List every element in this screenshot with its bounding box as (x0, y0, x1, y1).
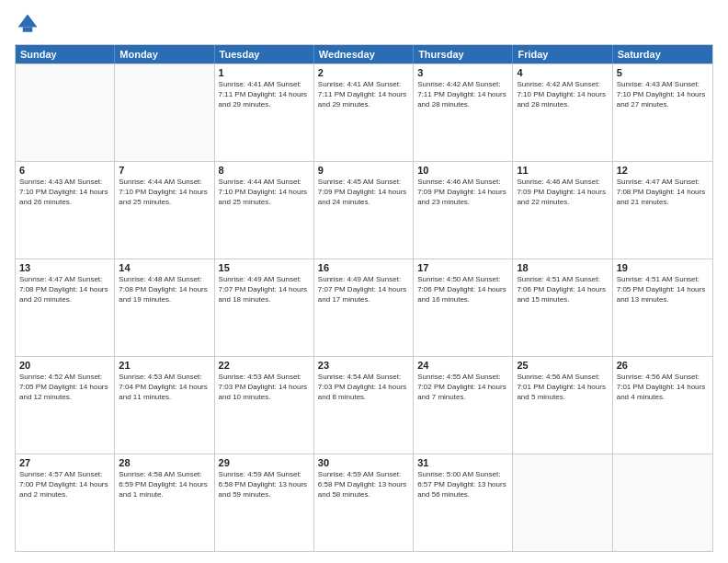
svg-marker-0 (18, 15, 38, 28)
calendar-header-thursday: Thursday (414, 45, 513, 63)
day-info: Sunrise: 4:52 AM Sunset: 7:05 PM Dayligh… (19, 372, 110, 403)
calendar-header-friday: Friday (513, 45, 612, 63)
calendar-cell: 17Sunrise: 4:50 AM Sunset: 7:06 PM Dayli… (414, 259, 513, 356)
day-info: Sunrise: 4:46 AM Sunset: 7:09 PM Dayligh… (417, 177, 508, 208)
calendar-cell (115, 64, 214, 161)
calendar-cell (513, 454, 612, 551)
page: SundayMondayTuesdayWednesdayThursdayFrid… (0, 0, 728, 563)
calendar-cell: 9Sunrise: 4:45 AM Sunset: 7:09 PM Daylig… (314, 162, 414, 259)
calendar-cell: 27Sunrise: 4:57 AM Sunset: 7:00 PM Dayli… (16, 454, 115, 551)
calendar-cell: 24Sunrise: 4:55 AM Sunset: 7:02 PM Dayli… (414, 357, 513, 454)
calendar-body: 1Sunrise: 4:41 AM Sunset: 7:11 PM Daylig… (16, 63, 712, 551)
day-number: 15 (219, 262, 310, 273)
day-info: Sunrise: 4:47 AM Sunset: 7:08 PM Dayligh… (617, 177, 709, 208)
day-number: 23 (318, 360, 409, 371)
day-info: Sunrise: 4:48 AM Sunset: 7:08 PM Dayligh… (119, 274, 210, 305)
day-info: Sunrise: 4:47 AM Sunset: 7:08 PM Dayligh… (19, 274, 110, 305)
day-number: 25 (517, 360, 608, 371)
day-info: Sunrise: 4:45 AM Sunset: 7:09 PM Dayligh… (318, 177, 409, 208)
day-info: Sunrise: 4:57 AM Sunset: 7:00 PM Dayligh… (19, 469, 110, 500)
day-info: Sunrise: 4:41 AM Sunset: 7:11 PM Dayligh… (219, 79, 310, 110)
calendar-week-2: 6Sunrise: 4:43 AM Sunset: 7:10 PM Daylig… (16, 161, 712, 259)
calendar-cell: 15Sunrise: 4:49 AM Sunset: 7:07 PM Dayli… (215, 259, 314, 356)
calendar-cell: 10Sunrise: 4:46 AM Sunset: 7:09 PM Dayli… (414, 162, 513, 259)
day-number: 10 (417, 165, 508, 176)
day-info: Sunrise: 4:55 AM Sunset: 7:02 PM Dayligh… (417, 372, 508, 403)
day-info: Sunrise: 4:46 AM Sunset: 7:09 PM Dayligh… (517, 177, 608, 208)
calendar-cell: 26Sunrise: 4:56 AM Sunset: 7:01 PM Dayli… (613, 357, 712, 454)
logo-icon (15, 11, 40, 37)
day-number: 30 (318, 457, 409, 468)
calendar-week-5: 27Sunrise: 4:57 AM Sunset: 7:00 PM Dayli… (16, 454, 712, 551)
calendar-cell: 2Sunrise: 4:41 AM Sunset: 7:11 PM Daylig… (314, 64, 414, 161)
day-number: 26 (617, 360, 709, 371)
day-info: Sunrise: 4:42 AM Sunset: 7:11 PM Dayligh… (417, 79, 508, 110)
calendar-header-sunday: Sunday (16, 45, 115, 63)
logo (15, 11, 44, 37)
calendar-cell (16, 64, 115, 161)
svg-rect-1 (23, 28, 33, 32)
calendar-cell: 3Sunrise: 4:42 AM Sunset: 7:11 PM Daylig… (414, 64, 513, 161)
day-info: Sunrise: 4:50 AM Sunset: 7:06 PM Dayligh… (417, 274, 508, 305)
calendar-week-4: 20Sunrise: 4:52 AM Sunset: 7:05 PM Dayli… (16, 356, 712, 454)
day-number: 2 (318, 67, 409, 78)
day-info: Sunrise: 4:59 AM Sunset: 6:58 PM Dayligh… (219, 469, 310, 500)
day-info: Sunrise: 4:54 AM Sunset: 7:03 PM Dayligh… (318, 372, 409, 403)
calendar-header-row: SundayMondayTuesdayWednesdayThursdayFrid… (16, 45, 712, 63)
day-info: Sunrise: 5:00 AM Sunset: 6:57 PM Dayligh… (417, 469, 508, 500)
day-number: 28 (119, 457, 210, 468)
day-number: 31 (417, 457, 508, 468)
day-info: Sunrise: 4:59 AM Sunset: 6:58 PM Dayligh… (318, 469, 409, 500)
day-info: Sunrise: 4:53 AM Sunset: 7:03 PM Dayligh… (219, 372, 310, 403)
day-info: Sunrise: 4:41 AM Sunset: 7:11 PM Dayligh… (318, 79, 409, 110)
calendar-cell: 11Sunrise: 4:46 AM Sunset: 7:09 PM Dayli… (513, 162, 612, 259)
day-number: 13 (19, 262, 110, 273)
day-number: 21 (119, 360, 210, 371)
calendar-header-monday: Monday (115, 45, 214, 63)
day-number: 6 (19, 165, 110, 176)
calendar-cell: 31Sunrise: 5:00 AM Sunset: 6:57 PM Dayli… (414, 454, 513, 551)
day-number: 17 (417, 262, 508, 273)
day-number: 4 (517, 67, 608, 78)
calendar-cell: 25Sunrise: 4:56 AM Sunset: 7:01 PM Dayli… (513, 357, 612, 454)
calendar-cell: 6Sunrise: 4:43 AM Sunset: 7:10 PM Daylig… (16, 162, 115, 259)
calendar-cell: 20Sunrise: 4:52 AM Sunset: 7:05 PM Dayli… (16, 357, 115, 454)
day-info: Sunrise: 4:49 AM Sunset: 7:07 PM Dayligh… (318, 274, 409, 305)
day-number: 18 (517, 262, 608, 273)
calendar-cell: 7Sunrise: 4:44 AM Sunset: 7:10 PM Daylig… (115, 162, 214, 259)
calendar-cell: 14Sunrise: 4:48 AM Sunset: 7:08 PM Dayli… (115, 259, 214, 356)
calendar-header-tuesday: Tuesday (215, 45, 314, 63)
day-number: 29 (219, 457, 310, 468)
day-info: Sunrise: 4:56 AM Sunset: 7:01 PM Dayligh… (617, 372, 709, 403)
day-number: 12 (617, 165, 709, 176)
calendar-cell: 18Sunrise: 4:51 AM Sunset: 7:06 PM Dayli… (513, 259, 612, 356)
calendar: SundayMondayTuesdayWednesdayThursdayFrid… (15, 44, 713, 552)
day-number: 27 (19, 457, 110, 468)
calendar-cell: 4Sunrise: 4:42 AM Sunset: 7:10 PM Daylig… (513, 64, 612, 161)
day-number: 14 (119, 262, 210, 273)
day-info: Sunrise: 4:49 AM Sunset: 7:07 PM Dayligh… (219, 274, 310, 305)
calendar-cell: 8Sunrise: 4:44 AM Sunset: 7:10 PM Daylig… (215, 162, 314, 259)
calendar-cell: 21Sunrise: 4:53 AM Sunset: 7:04 PM Dayli… (115, 357, 214, 454)
day-number: 3 (417, 67, 508, 78)
calendar-cell: 13Sunrise: 4:47 AM Sunset: 7:08 PM Dayli… (16, 259, 115, 356)
day-info: Sunrise: 4:51 AM Sunset: 7:06 PM Dayligh… (517, 274, 608, 305)
day-number: 19 (617, 262, 709, 273)
day-number: 1 (219, 67, 310, 78)
calendar-cell: 22Sunrise: 4:53 AM Sunset: 7:03 PM Dayli… (215, 357, 314, 454)
day-info: Sunrise: 4:44 AM Sunset: 7:10 PM Dayligh… (119, 177, 210, 208)
calendar-week-1: 1Sunrise: 4:41 AM Sunset: 7:11 PM Daylig… (16, 63, 712, 161)
day-number: 24 (417, 360, 508, 371)
calendar-cell: 16Sunrise: 4:49 AM Sunset: 7:07 PM Dayli… (314, 259, 414, 356)
calendar-header-saturday: Saturday (613, 45, 712, 63)
calendar-cell: 1Sunrise: 4:41 AM Sunset: 7:11 PM Daylig… (215, 64, 314, 161)
day-info: Sunrise: 4:51 AM Sunset: 7:05 PM Dayligh… (617, 274, 709, 305)
calendar-cell: 19Sunrise: 4:51 AM Sunset: 7:05 PM Dayli… (613, 259, 712, 356)
day-number: 9 (318, 165, 409, 176)
day-number: 20 (19, 360, 110, 371)
header (15, 11, 713, 37)
day-number: 5 (617, 67, 709, 78)
day-info: Sunrise: 4:42 AM Sunset: 7:10 PM Dayligh… (517, 79, 608, 110)
day-number: 11 (517, 165, 608, 176)
day-info: Sunrise: 4:43 AM Sunset: 7:10 PM Dayligh… (19, 177, 110, 208)
